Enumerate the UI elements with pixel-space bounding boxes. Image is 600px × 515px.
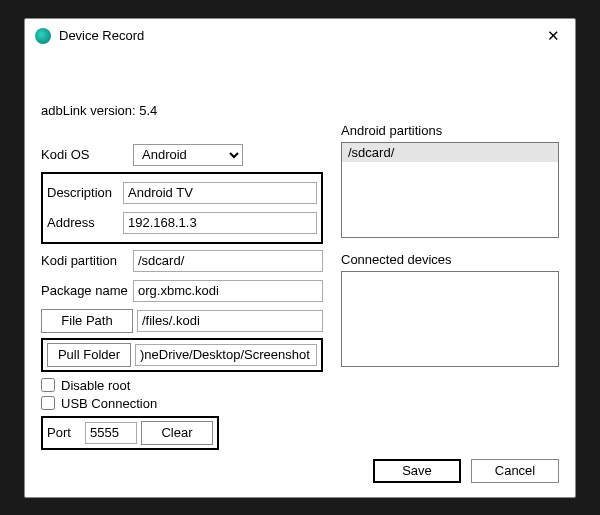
disable-root-checkbox[interactable] xyxy=(41,378,55,392)
package-name-input[interactable] xyxy=(133,280,323,302)
cancel-button[interactable]: Cancel xyxy=(471,459,559,483)
app-icon xyxy=(35,28,51,44)
save-button[interactable]: Save xyxy=(373,459,461,483)
port-label: Port xyxy=(47,425,81,440)
kodi-os-label: Kodi OS xyxy=(41,147,133,162)
pull-folder-group: Pull Folder xyxy=(41,338,323,372)
file-path-button[interactable]: File Path xyxy=(41,309,133,333)
right-column: Android partitions /sdcard/ Connected de… xyxy=(341,59,559,450)
usb-connection-checkbox[interactable] xyxy=(41,396,55,410)
clear-button[interactable]: Clear xyxy=(141,421,213,445)
port-group: Port Clear xyxy=(41,416,219,450)
window-title: Device Record xyxy=(59,28,541,43)
package-name-label: Package name xyxy=(41,283,133,298)
port-input[interactable] xyxy=(85,422,137,444)
android-partitions-label: Android partitions xyxy=(341,123,559,138)
close-icon[interactable]: ✕ xyxy=(541,27,565,45)
usb-connection-label: USB Connection xyxy=(61,396,157,411)
file-path-input[interactable] xyxy=(137,310,323,332)
description-address-group: Description Address xyxy=(41,172,323,244)
android-partitions-list[interactable]: /sdcard/ xyxy=(341,142,559,238)
address-label: Address xyxy=(47,215,123,230)
disable-root-label: Disable root xyxy=(61,378,130,393)
address-input[interactable] xyxy=(123,212,317,234)
dialog-footer: Save Cancel xyxy=(373,459,559,483)
version-label: adbLink version: 5.4 xyxy=(41,103,323,118)
connected-devices-list[interactable] xyxy=(341,271,559,367)
titlebar: Device Record ✕ xyxy=(25,19,575,53)
pull-folder-input[interactable] xyxy=(135,344,317,366)
list-item[interactable]: /sdcard/ xyxy=(342,143,558,162)
description-input[interactable] xyxy=(123,182,317,204)
pull-folder-button[interactable]: Pull Folder xyxy=(47,343,131,367)
connected-devices-label: Connected devices xyxy=(341,252,559,267)
left-column: adbLink version: 5.4 Kodi OS Android Des… xyxy=(41,59,323,450)
description-label: Description xyxy=(47,185,123,200)
kodi-partition-input[interactable] xyxy=(133,250,323,272)
dialog-content: adbLink version: 5.4 Kodi OS Android Des… xyxy=(25,53,575,497)
device-record-dialog: Device Record ✕ adbLink version: 5.4 Kod… xyxy=(24,18,576,498)
kodi-partition-label: Kodi partition xyxy=(41,253,133,268)
kodi-os-select[interactable]: Android xyxy=(133,144,243,166)
